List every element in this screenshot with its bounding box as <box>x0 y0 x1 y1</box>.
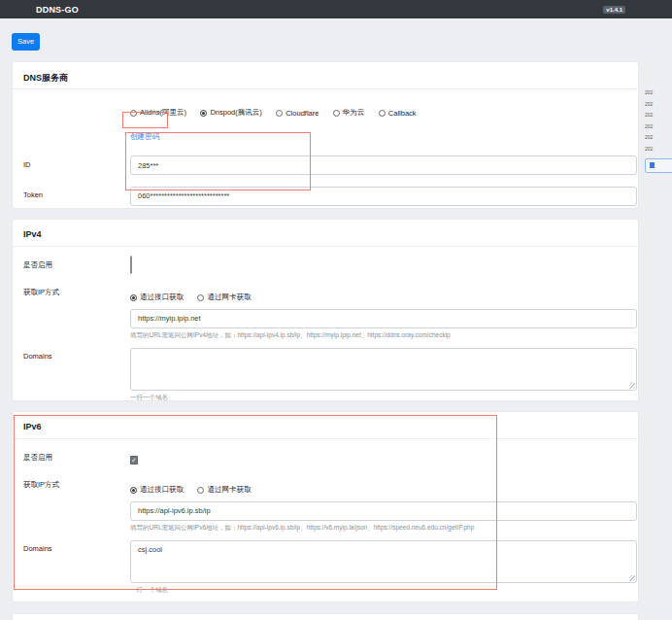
radio-dnspod[interactable]: Dnspod(腾讯云) <box>200 108 261 118</box>
radio-huawei[interactable]: 华为云 <box>333 108 365 118</box>
token-row: Token <box>13 185 638 206</box>
ipv6-enable-row: 是否启用 <box>13 449 638 466</box>
ipv4-domains-row: Domains 一行一个域名 <box>13 348 638 401</box>
ipv4-method-radio-group: 通过接口获取 通过网卡获取 <box>130 288 637 305</box>
ipv4-radio-by-api[interactable]: 通过接口获取 <box>130 293 184 302</box>
save-button[interactable]: Save <box>12 33 40 51</box>
radio-circle-icon <box>379 110 386 117</box>
version-badge: v1.4.1 <box>603 6 625 14</box>
ipv4-card: IPv4 是否启用 获取IP方式 通过接口获取 通过网卡获取 填写的URL需返回… <box>12 219 639 401</box>
create-secret-link[interactable]: 创建密码 <box>130 132 159 141</box>
radio-circle-icon <box>130 487 137 494</box>
ipv6-domains-help: 一行一个域名 <box>130 586 637 595</box>
radio-circle-icon <box>197 487 204 494</box>
radio-circle-icon <box>130 110 137 117</box>
dns-card-title: DNS服务商 <box>13 62 638 89</box>
ipv6-method-row: 获取IP方式 通过接口获取 通过网卡获取 填写的URL需返回公网IPv6地址，如… <box>13 480 638 533</box>
radio-circle-icon <box>130 294 137 301</box>
radio-cloudflare[interactable]: Cloudflare <box>276 109 319 118</box>
ipv4-domains-textarea[interactable] <box>130 348 637 391</box>
ipv6-domains-textarea[interactable]: csj.cool <box>130 540 637 583</box>
token-label: Token <box>13 190 130 199</box>
navbar: DDNS-GO v1.4.1 <box>0 0 672 18</box>
ipv6-domains-label: Domains <box>13 540 130 553</box>
radio-label: 华为云 <box>343 108 365 118</box>
radio-circle-icon <box>200 110 207 117</box>
ipv6-radio-by-api[interactable]: 通过接口获取 <box>130 485 184 495</box>
log-action-button[interactable] <box>645 158 672 173</box>
radio-label: 通过网卡获取 <box>207 485 251 495</box>
ipv4-method-label: 获取IP方式 <box>13 288 130 297</box>
resize-handle-icon[interactable] <box>629 383 635 389</box>
dns-provider-card: DNS服务商 Alidns(阿里云) Dnspod(腾讯云) Cloudflar… <box>12 61 639 209</box>
ipv4-method-row: 获取IP方式 通过接口获取 通过网卡获取 填写的URL需返回公网IPv4地址，如… <box>13 288 638 340</box>
radio-label: 通过网卡获取 <box>207 293 251 302</box>
clipped-button-glyph-icon <box>650 162 655 168</box>
radio-label: Cloudflare <box>286 109 319 118</box>
log-line: 202 <box>645 99 672 111</box>
radio-label: Alidns(阿里云) <box>140 108 186 118</box>
ipv4-domains-label: Domains <box>13 348 130 361</box>
token-input[interactable] <box>130 187 637 206</box>
ipv4-url-help: 填写的URL需返回公网IPv4地址，如：https://api-ipv4.ip.… <box>130 331 637 340</box>
ipv6-url-help: 填写的URL需返回公网IPv6地址，如：https://api-ipv6.ip.… <box>130 524 637 533</box>
radio-label: Dnspod(腾讯云) <box>210 108 261 118</box>
log-panel-fragment: 202 202 202 202 202 202 <box>645 87 672 173</box>
ipv6-card-title: IPv6 <box>13 412 638 439</box>
log-line: 202 <box>645 144 672 155</box>
ipv4-enable-checkbox[interactable] <box>130 256 132 274</box>
ipv4-url-input[interactable] <box>130 309 637 328</box>
app-title: DDNS-GO <box>36 5 79 15</box>
log-line: 202 <box>645 121 672 133</box>
ipv6-url-input[interactable] <box>130 501 637 521</box>
radio-alidns[interactable]: Alidns(阿里云) <box>130 108 186 118</box>
radio-circle-icon <box>276 110 283 117</box>
ipv6-method-label: 获取IP方式 <box>13 480 130 490</box>
ipv6-card: IPv6 是否启用 获取IP方式 通过接口获取 通过网卡获取 填写的URL需返回… <box>12 411 639 603</box>
ipv4-card-title: IPv4 <box>13 220 638 247</box>
radio-circle-icon <box>333 110 340 117</box>
resize-handle-icon[interactable] <box>629 575 635 581</box>
radio-label: 通过接口获取 <box>140 293 184 302</box>
provider-radio-group: Alidns(阿里云) Dnspod(腾讯云) Cloudflare 华为云 C… <box>130 103 637 121</box>
ipv6-enable-label: 是否启用 <box>13 453 130 463</box>
ipv6-enable-checkbox[interactable] <box>130 456 138 465</box>
provider-radio-row: Alidns(阿里云) Dnspod(腾讯云) Cloudflare 华为云 C… <box>13 103 638 121</box>
ipv6-domains-row: Domains csj.cool 一行一个域名 <box>13 540 638 595</box>
create-secret-row: 创建密码 <box>13 125 638 143</box>
ipv4-enable-label: 是否启用 <box>13 260 130 270</box>
ddns-go-page: DDNS-GO v1.4.1 Save DNS服务商 Alidns(阿里云) D… <box>0 0 672 620</box>
radio-circle-icon <box>197 294 204 301</box>
id-row: ID <box>13 155 638 176</box>
id-label: ID <box>13 160 130 169</box>
log-line: 202 <box>645 87 672 99</box>
ipv4-radio-by-netcard[interactable]: 通过网卡获取 <box>197 293 251 302</box>
log-line: 202 <box>645 110 672 121</box>
ipv4-enable-row: 是否启用 <box>13 257 638 274</box>
id-input[interactable] <box>130 155 637 175</box>
ipv6-radio-by-netcard[interactable]: 通过网卡获取 <box>197 485 251 495</box>
radio-label: Callback <box>388 109 417 118</box>
next-card-sliver <box>12 613 639 620</box>
ipv6-method-radio-group: 通过接口获取 通过网卡获取 <box>130 480 637 498</box>
ipv4-domains-help: 一行一个域名 <box>130 394 637 401</box>
toolbar: Save <box>0 18 672 51</box>
log-line: 202 <box>645 132 672 144</box>
radio-callback[interactable]: Callback <box>379 109 417 118</box>
radio-label: 通过接口获取 <box>140 485 184 495</box>
